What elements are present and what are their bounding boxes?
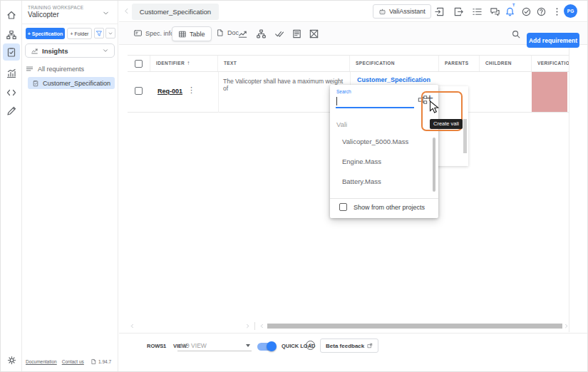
column-verification-status[interactable]: VERIFICATION S [532,56,569,71]
requirement-text-cell[interactable]: The Valicopter shall have a maximum weig… [223,78,346,92]
divider [22,24,118,24]
line-chart-icon[interactable] [237,29,249,40]
more-icon[interactable] [551,6,562,17]
quick-load-toggle-knob[interactable] [267,341,277,351]
list-item-battery-mass[interactable]: Battery.Mass [342,177,381,185]
tasks-icon[interactable] [471,6,483,17]
version-doc-icon [91,358,97,365]
search-input[interactable] [336,95,414,106]
filter-icon[interactable] [94,28,104,38]
robot-icon [378,8,386,16]
spec-info-label: Spec. info [145,30,174,37]
compliance-grid-icon[interactable] [309,29,320,40]
icon-rail [1,1,22,372]
avatar[interactable]: PG [564,4,577,18]
panel-scrollbar[interactable] [463,119,467,153]
sidebar: TRAINING WORKSPACE Valicopter + Specific… [22,1,118,372]
view-toolbar: Spec. info Table Doc Add requirement [119,23,588,45]
sort-asc-icon: ↑ [187,56,190,71]
bell-icon[interactable] [504,6,515,17]
dropdown-caret-icon[interactable] [246,344,250,347]
sidebar-item-label: Customer_Specification [43,80,110,87]
spec-icon [32,80,39,87]
all-requirements[interactable]: All requirements [26,65,84,73]
rows-label: ROWS: [147,343,165,349]
scroll-right-icon[interactable] [563,323,569,329]
tab-table[interactable]: Table [172,26,212,41]
column-parents[interactable]: PARENTS [439,56,480,71]
add-requirement-button[interactable]: Add requirement [527,33,579,48]
tab-bar: Customer_Specification ValiAssistant T [119,1,588,22]
scroll-left-icon[interactable] [129,323,135,329]
import-icon[interactable] [433,6,445,17]
requirements-icon[interactable] [3,43,20,61]
tab-spec-info[interactable]: Spec. info [133,29,174,38]
select-all-checkbox[interactable] [135,60,143,68]
row-checkbox[interactable] [135,87,143,95]
workspace-chevron-icon[interactable] [102,9,110,17]
double-check-icon[interactable] [274,29,286,40]
scroll-right-icon[interactable] [244,323,250,329]
column-text[interactable]: TEXT [218,56,350,71]
insights-label: Insights [42,47,68,55]
tab-customer-specification[interactable]: Customer_Specification [132,4,219,20]
specification-link[interactable]: Customer_Specification [357,76,430,83]
cursor-icon [429,100,440,114]
scroll-left-icon[interactable] [259,323,264,329]
list-item-engine-mass[interactable]: Engine.Mass [342,157,381,165]
check-circle-icon[interactable] [520,6,532,17]
home-icon[interactable] [3,6,20,24]
show-other-projects-checkbox[interactable] [339,203,347,211]
column-specification[interactable]: SPECIFICATION [350,56,439,71]
horizontal-scrollbar [128,322,569,330]
collapse-chevron-icon[interactable] [105,28,115,38]
analytics-icon[interactable] [3,65,20,82]
version-label: 1.94.7 [98,359,111,364]
help-icon[interactable] [535,6,547,17]
search-icon[interactable] [511,29,522,41]
documentation-link[interactable]: Documentation [26,359,57,364]
sidebar-item-customer-specification[interactable]: Customer_Specification [28,77,115,89]
all-requirements-label: All requirements [38,66,84,73]
sidebar-footer: Documentation Contact us [26,359,84,364]
select-all-cell [128,56,150,71]
add-specification-button[interactable]: + Specification [26,28,65,39]
group-label: Vali [336,120,347,128]
scrollbar-thumb[interactable] [267,324,562,329]
column-children[interactable]: CHILDREN [480,56,532,71]
table-footer: ROWS: 1 VIEW: NO VIEW QUICK LOAD ? Beta … [119,333,588,357]
table-header: IDENTIFIER ↑ TEXT SPECIFICATION PARENTS … [128,55,569,72]
vali-assistant-label: ValiAssistant [389,8,425,15]
export-icon[interactable] [453,6,464,17]
settings-icon[interactable] [3,351,20,368]
code-icon[interactable] [3,84,20,101]
insights-dropdown[interactable]: Insights [25,43,115,58]
list-item-valicopter-mass[interactable]: Valicopter_5000.Mass [342,138,408,145]
verification-status-cell[interactable] [532,72,567,112]
sitemap-icon[interactable] [3,26,20,43]
search-label: Search [336,89,351,94]
contact-link[interactable]: Contact us [62,359,84,364]
create-vali-tooltip: Create vali [430,119,463,129]
external-link-icon [367,343,373,348]
chat-icon[interactable] [489,6,500,17]
row-menu-icon[interactable]: ⋮ [187,86,195,95]
add-folder-button[interactable]: + Folder [67,28,92,39]
back-icon[interactable] [123,7,130,15]
popup-scrollbar[interactable] [433,138,435,192]
beta-feedback-label: Beta feedback [326,343,364,349]
hierarchy-icon[interactable] [256,29,267,40]
column-identifier[interactable]: IDENTIFIER ↑ [150,56,218,71]
table-grid-icon [178,30,187,38]
valispace-app: TRAINING WORKSPACE Valicopter + Specific… [0,0,588,372]
tab-doc[interactable]: Doc [216,29,239,37]
question-icon[interactable]: ? [306,341,315,350]
design-icon[interactable] [3,103,20,120]
matrix-icon[interactable] [292,29,303,40]
requirement-id-link[interactable]: Req-001 [158,88,182,95]
view-select[interactable]: NO VIEW [180,342,207,349]
rows-value: 1 [163,343,166,349]
beta-feedback-button[interactable]: Beta feedback [320,339,378,353]
vali-assistant-button[interactable]: ValiAssistant [373,4,431,19]
view-select-underline [177,351,252,351]
